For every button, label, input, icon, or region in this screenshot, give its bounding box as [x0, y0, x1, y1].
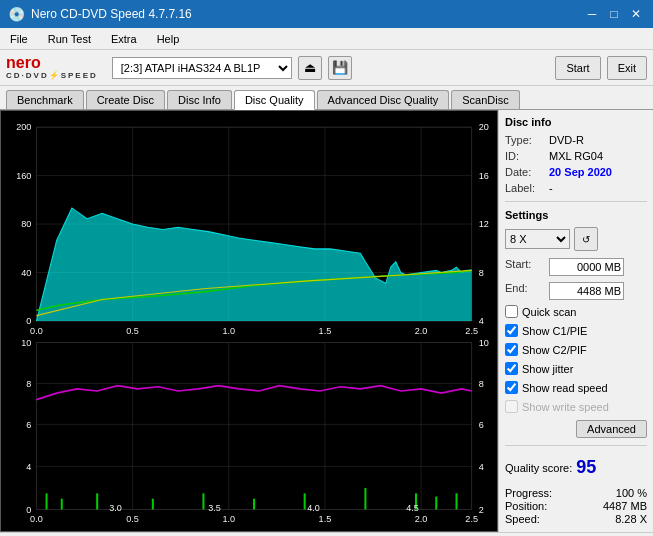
x-label-40: 4.0 — [307, 503, 320, 513]
svg-text:6: 6 — [479, 418, 484, 429]
disc-type-row: Type: DVD-R — [505, 134, 647, 146]
disc-type-value: DVD-R — [549, 134, 584, 146]
speed-value: 8.28 X — [615, 513, 647, 525]
main-content: recorded with TSSTcorp SN-208BB 200 — [0, 110, 653, 532]
svg-text:8: 8 — [479, 377, 484, 388]
speed-row: 8 X ↺ — [505, 227, 647, 251]
show-jitter-checkbox[interactable] — [505, 362, 518, 375]
disc-label-row: Label: - — [505, 182, 647, 194]
svg-text:10: 10 — [21, 336, 31, 347]
save-button[interactable]: 💾 — [328, 56, 352, 80]
show-write-speed-row: Show write speed — [505, 400, 647, 413]
chart-svg: 200 160 80 40 0 20 16 12 8 4 0.0 0.5 1.0 — [1, 111, 497, 531]
disc-date-row: Date: 20 Sep 2020 — [505, 166, 647, 178]
disc-id-label: ID: — [505, 150, 545, 162]
title-bar-text: Nero CD-DVD Speed 4.7.7.16 — [31, 7, 192, 21]
quality-row: Quality score: 95 — [505, 457, 647, 478]
stats-bar: PI Errors Average: 15.49 Maximum: 111 To… — [0, 532, 653, 536]
svg-text:160: 160 — [16, 170, 31, 181]
divider-2 — [505, 445, 647, 446]
disc-id-row: ID: MXL RG04 — [505, 150, 647, 162]
svg-text:6: 6 — [26, 418, 31, 429]
tab-scandisc[interactable]: ScanDisc — [451, 90, 519, 109]
start-row: Start: — [505, 258, 647, 276]
quick-scan-label: Quick scan — [522, 306, 576, 318]
svg-text:2.5: 2.5 — [465, 325, 478, 336]
svg-text:8: 8 — [26, 377, 31, 388]
tab-benchmark[interactable]: Benchmark — [6, 90, 84, 109]
x-label-45: 4.5 — [406, 503, 419, 513]
disc-id-value: MXL RG04 — [549, 150, 603, 162]
svg-text:4: 4 — [26, 460, 31, 471]
show-jitter-row: Show jitter — [505, 362, 647, 375]
close-button[interactable]: ✕ — [627, 6, 645, 22]
menu-file[interactable]: File — [4, 31, 34, 47]
speed-label: Speed: — [505, 513, 540, 525]
svg-text:40: 40 — [21, 266, 31, 277]
show-write-speed-checkbox[interactable] — [505, 400, 518, 413]
progress-label: Progress: — [505, 487, 552, 499]
menu-help[interactable]: Help — [151, 31, 186, 47]
position-label: Position: — [505, 500, 547, 512]
show-c1pie-label: Show C1/PIE — [522, 325, 587, 337]
minimize-button[interactable]: ─ — [583, 6, 601, 22]
exit-button[interactable]: Exit — [607, 56, 647, 80]
position-row: Position: 4487 MB — [505, 500, 647, 512]
drive-selector[interactable]: [2:3] ATAPI iHAS324 A BL1P — [112, 57, 292, 79]
settings-refresh-button[interactable]: ↺ — [574, 227, 598, 251]
title-bar: 💿 Nero CD-DVD Speed 4.7.7.16 ─ □ ✕ — [0, 0, 653, 28]
svg-text:2.0: 2.0 — [415, 513, 428, 524]
tab-create-disc[interactable]: Create Disc — [86, 90, 165, 109]
svg-text:4: 4 — [479, 315, 484, 326]
tab-bar: Benchmark Create Disc Disc Info Disc Qua… — [0, 86, 653, 110]
svg-text:80: 80 — [21, 218, 31, 229]
svg-text:2.5: 2.5 — [465, 513, 478, 524]
end-label: End: — [505, 282, 545, 294]
quality-label: Quality score: — [505, 462, 572, 474]
menu-run-test[interactable]: Run Test — [42, 31, 97, 47]
end-row: End: — [505, 282, 647, 300]
speed-select[interactable]: 8 X — [505, 229, 570, 249]
right-panel: Disc info Type: DVD-R ID: MXL RG04 Date:… — [498, 110, 653, 532]
show-c2pif-checkbox[interactable] — [505, 343, 518, 356]
show-c2pif-row: Show C2/PIF — [505, 343, 647, 356]
svg-text:0.5: 0.5 — [126, 513, 139, 524]
end-input[interactable] — [549, 282, 624, 300]
logo-subtitle: CD·DVD⚡SPEED — [6, 71, 98, 80]
show-c1pie-checkbox[interactable] — [505, 324, 518, 337]
svg-text:0.0: 0.0 — [30, 325, 43, 336]
divider-1 — [505, 201, 647, 202]
tab-disc-quality[interactable]: Disc Quality — [234, 90, 315, 110]
advanced-button[interactable]: Advanced — [576, 420, 647, 438]
position-value: 4487 MB — [603, 500, 647, 512]
disc-info-title: Disc info — [505, 116, 647, 128]
svg-rect-30 — [36, 343, 471, 510]
show-c2pif-label: Show C2/PIF — [522, 344, 587, 356]
quick-scan-checkbox[interactable] — [505, 305, 518, 318]
show-read-speed-row: Show read speed — [505, 381, 647, 394]
progress-section: Progress: 100 % Position: 4487 MB Speed:… — [505, 486, 647, 526]
svg-text:12: 12 — [479, 218, 489, 229]
show-write-speed-label: Show write speed — [522, 401, 609, 413]
quick-scan-row: Quick scan — [505, 305, 647, 318]
x-label-30: 3.0 — [109, 503, 122, 513]
toolbar: nero CD·DVD⚡SPEED [2:3] ATAPI iHAS324 A … — [0, 50, 653, 86]
logo-text: nero — [6, 55, 41, 71]
speed-row-prog: Speed: 8.28 X — [505, 513, 647, 525]
disc-label-label: Label: — [505, 182, 545, 194]
start-input[interactable] — [549, 258, 624, 276]
menu-extra[interactable]: Extra — [105, 31, 143, 47]
show-jitter-label: Show jitter — [522, 363, 573, 375]
eject-button[interactable]: ⏏ — [298, 56, 322, 80]
svg-text:1.5: 1.5 — [319, 513, 332, 524]
tab-disc-info[interactable]: Disc Info — [167, 90, 232, 109]
settings-title: Settings — [505, 209, 647, 221]
tab-advanced-disc-quality[interactable]: Advanced Disc Quality — [317, 90, 450, 109]
start-label: Start: — [505, 258, 545, 270]
show-read-speed-checkbox[interactable] — [505, 381, 518, 394]
menu-bar: File Run Test Extra Help — [0, 28, 653, 50]
disc-date-value: 20 Sep 2020 — [549, 166, 612, 178]
maximize-button[interactable]: □ — [605, 6, 623, 22]
show-c1pie-row: Show C1/PIE — [505, 324, 647, 337]
start-button[interactable]: Start — [555, 56, 600, 80]
